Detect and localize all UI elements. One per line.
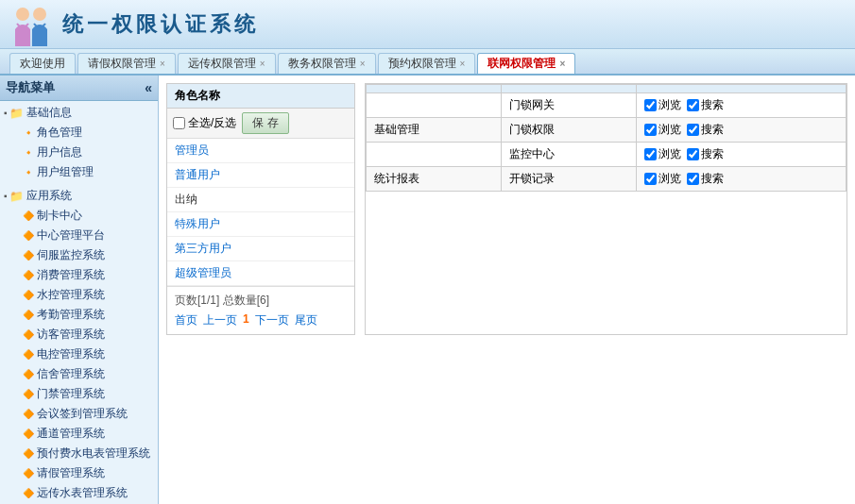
content-layout: 角色名称 全选/反选 保 存 管理员 普通用户 <box>166 83 847 335</box>
save-button[interactable]: 保 存 <box>242 112 288 134</box>
sidebar-group-jichu[interactable]: ▪ 📁 基础信息 <box>0 103 158 123</box>
sidebar-item-center[interactable]: 🔶 中心管理平台 <box>0 226 158 245</box>
sidebar-item-card[interactable]: 🔶 制卡中心 <box>0 206 158 226</box>
close-tab-lianwang[interactable]: × <box>559 59 565 69</box>
leaf-icon-attend: 🔶 <box>23 310 34 320</box>
sidebar-item-water[interactable]: 🔶 水控管理系统 <box>0 285 158 305</box>
role-toolbar: 全选/反选 保 存 <box>167 109 354 139</box>
sidebar-header: 导航菜单 « <box>0 76 158 101</box>
close-tab-jiaowu[interactable]: × <box>360 59 366 69</box>
col-subgroup <box>501 85 636 93</box>
sidebar-collapse-icon[interactable]: « <box>145 80 152 95</box>
sidebar-item-access[interactable]: 🔶 门禁管理系统 <box>0 384 158 404</box>
role-item-3[interactable]: 特殊用户 <box>167 212 354 237</box>
perm-subgroup-1: 门锁权限 <box>501 118 636 143</box>
close-tab-yuyue[interactable]: × <box>460 59 466 69</box>
check-group-3: 浏览 搜索 <box>644 171 838 187</box>
sidebar-group-apps[interactable]: ▪ 📁 应用系统 <box>0 186 158 206</box>
folder-jichu-icon: 📁 <box>9 107 24 120</box>
checkbox-search-2[interactable] <box>687 148 699 160</box>
checkbox-browse-2[interactable] <box>644 148 657 160</box>
leaf-icon-center: 🔶 <box>23 230 34 241</box>
sidebar-item-servo[interactable]: 🔶 伺服监控系统 <box>0 245 158 265</box>
role-item-4[interactable]: 第三方用户 <box>167 237 354 261</box>
pagination-nav: 首页 上一页 1 下一页 尾页 <box>175 312 347 328</box>
check-item-search-1[interactable]: 搜索 <box>687 122 724 138</box>
tab-qingjia[interactable]: 请假权限管理 × <box>77 53 176 74</box>
sidebar-item-user-group[interactable]: 🔸 用户组管理 <box>0 162 158 182</box>
check-item-browse-3[interactable]: 浏览 <box>644 171 681 187</box>
tab-welcome[interactable]: 欢迎使用 <box>9 53 76 74</box>
checkbox-search-1[interactable] <box>687 124 699 136</box>
perm-row-0: 门锁网关 浏览 搜索 <box>367 93 846 118</box>
leaf-icon-channel: 🔶 <box>23 428 34 439</box>
perm-checkboxes-2: 浏览 搜索 <box>636 143 846 167</box>
close-tab-yuanchuan[interactable]: × <box>260 59 265 69</box>
main-layout: 导航菜单 « ▪ 📁 基础信息 🔸 角色管理 🔸 用户信息 🔸 用户组管理 <box>0 76 855 504</box>
leaf-icon-remote-water: 🔶 <box>23 488 34 498</box>
permissions-table: 门锁网关 浏览 搜索 <box>366 84 846 192</box>
sidebar-item-electric[interactable]: 🔶 电控管理系统 <box>0 344 158 364</box>
select-all-label[interactable]: 全选/反选 <box>173 115 236 131</box>
sidebar-item-meeting[interactable]: 🔶 会议签到管理系统 <box>0 404 158 424</box>
role-item-1[interactable]: 普通用户 <box>167 163 354 188</box>
perm-checkboxes-3: 浏览 搜索 <box>636 167 846 192</box>
sidebar: 导航菜单 « ▪ 📁 基础信息 🔸 角色管理 🔸 用户信息 🔸 用户组管理 <box>0 76 159 504</box>
check-item-browse-1[interactable]: 浏览 <box>644 122 681 138</box>
check-item-search-0[interactable]: 搜索 <box>687 97 724 113</box>
checkbox-search-3[interactable] <box>687 173 699 185</box>
sidebar-item-prepay[interactable]: 🔶 预付费水电表管理系统 <box>0 444 158 463</box>
perm-checkboxes-1: 浏览 搜索 <box>636 118 846 143</box>
next-page-link[interactable]: 下一页 <box>255 312 289 328</box>
checkbox-browse-0[interactable] <box>644 99 657 111</box>
last-page-link[interactable]: 尾页 <box>295 312 317 328</box>
select-all-checkbox[interactable] <box>173 117 185 129</box>
perm-subgroup-3: 开锁记录 <box>501 167 636 192</box>
checkbox-browse-3[interactable] <box>644 173 657 185</box>
sidebar-item-remote-water[interactable]: 🔶 远传水表管理系统 <box>0 483 158 503</box>
tab-yuyue[interactable]: 预约权限管理 × <box>378 53 476 74</box>
leaf-icon-prepay: 🔶 <box>23 448 34 459</box>
sidebar-item-channel[interactable]: 🔶 通道管理系统 <box>0 424 158 444</box>
check-item-browse-0[interactable]: 浏览 <box>644 97 681 113</box>
svg-point-0 <box>16 8 29 21</box>
perm-checkboxes-0: 浏览 搜索 <box>636 93 846 118</box>
sidebar-group-jichu-label: 基础信息 <box>26 105 72 121</box>
prev-page-link[interactable]: 上一页 <box>203 312 237 328</box>
page-info: 页数[1/1] 总数量[6] <box>175 293 347 309</box>
leaf-icon-servo: 🔶 <box>23 250 34 260</box>
sidebar-item-attendance[interactable]: 🔶 考勤管理系统 <box>0 305 158 325</box>
close-tab-qingjia[interactable]: × <box>160 59 165 69</box>
svg-point-1 <box>33 8 46 21</box>
check-item-search-2[interactable]: 搜索 <box>687 146 724 162</box>
app-header: 统一权限认证系统 <box>0 0 855 49</box>
role-item-2[interactable]: 出纳 <box>167 188 354 212</box>
leaf-icon-water: 🔶 <box>23 290 34 300</box>
sidebar-item-visitor[interactable]: 🔶 访客管理系统 <box>0 325 158 344</box>
tab-yuanchuan[interactable]: 远传权限管理 × <box>178 53 276 74</box>
checkbox-search-0[interactable] <box>687 99 699 111</box>
perm-subgroup-2: 监控中心 <box>501 143 636 167</box>
role-panel-header: 角色名称 <box>167 84 354 109</box>
sidebar-item-leave[interactable]: 🔶 请假管理系统 <box>0 463 158 483</box>
sidebar-item-role-manage[interactable]: 🔸 角色管理 <box>0 123 158 143</box>
perm-group-1: 基础管理 <box>367 118 502 143</box>
checkbox-browse-1[interactable] <box>644 124 657 136</box>
sidebar-item-consume[interactable]: 🔶 消费管理系统 <box>0 265 158 285</box>
role-item-0[interactable]: 管理员 <box>167 139 354 163</box>
perm-group-0 <box>367 93 502 118</box>
leaf-icon-card: 🔶 <box>23 210 34 221</box>
tab-jiaowu[interactable]: 教务权限管理 × <box>278 53 376 74</box>
leaf-icon-dorm: 🔶 <box>23 369 34 379</box>
check-item-search-3[interactable]: 搜索 <box>687 171 724 187</box>
role-list: 管理员 普通用户 出纳 特殊用户 第三方用户 超级管理员 <box>167 139 354 286</box>
sidebar-title: 导航菜单 <box>6 79 55 96</box>
tab-lianwang[interactable]: 联网权限管理 × <box>477 53 575 74</box>
role-item-5[interactable]: 超级管理员 <box>167 261 354 286</box>
check-item-browse-2[interactable]: 浏览 <box>644 146 681 162</box>
sidebar-item-dorm[interactable]: 🔶 信舍管理系统 <box>0 364 158 384</box>
perm-group-2 <box>367 143 502 167</box>
sidebar-item-user-info[interactable]: 🔸 用户信息 <box>0 143 158 162</box>
first-page-link[interactable]: 首页 <box>175 312 197 328</box>
avatar <box>9 3 53 46</box>
